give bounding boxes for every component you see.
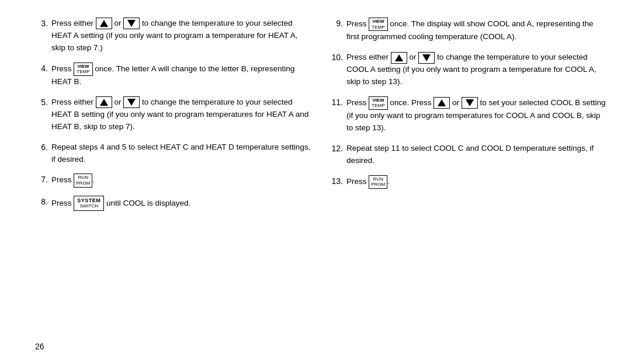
step-content: Press SYSTEMSWITCH until COOL is display… <box>51 196 313 211</box>
step-number: 4. <box>35 63 48 88</box>
page-number: 26 <box>35 342 44 351</box>
arrow-down-button[interactable] <box>123 18 140 29</box>
step-content: Press VIEWTEMP once. Press or to set you… <box>346 96 608 134</box>
step: 3.Press either or to change the temperat… <box>35 18 313 54</box>
arrow-up-button[interactable] <box>391 52 407 64</box>
step-number: 9. <box>330 18 343 43</box>
step-content: Press either or to change the temperatur… <box>51 96 313 133</box>
step: 9.Press VIEWTEMP once. The display will … <box>330 18 608 43</box>
step-number: 8. <box>35 196 48 211</box>
step: 12.Repeat step 11 to select COOL C and C… <box>330 143 608 167</box>
right-column: 9.Press VIEWTEMP once. The display will … <box>330 18 608 346</box>
step: 10.Press either or to change the tempera… <box>330 51 608 88</box>
view-temp-button[interactable]: VIEWTEMP <box>369 18 387 31</box>
step-number: 10. <box>330 51 343 88</box>
step: 4.Press VIEWTEMP once. The letter A will… <box>35 63 313 88</box>
arrow-up-button[interactable] <box>434 97 450 109</box>
step-content: Press either or to change the temperatur… <box>51 18 313 54</box>
step-content: Press RUNPRGM. <box>346 175 608 189</box>
step-content: Press VIEWTEMP once. The letter A will c… <box>51 63 313 88</box>
view-temp-button[interactable]: VIEWTEMP <box>369 96 387 110</box>
step-number: 5. <box>35 96 48 133</box>
step-content: Press either or to change the temperatur… <box>346 51 608 88</box>
arrow-down-button[interactable] <box>462 97 478 109</box>
step-content: Press VIEWTEMP once. The display will sh… <box>346 18 608 43</box>
step: 11.Press VIEWTEMP once. Press or to set … <box>330 96 608 134</box>
arrow-down-button[interactable] <box>123 96 140 108</box>
left-column: 3.Press either or to change the temperat… <box>35 18 313 346</box>
step: 7.Press RUNPRGM. <box>35 174 313 187</box>
step-content: Press RUNPRGM. <box>51 174 313 187</box>
step-content: Repeat step 11 to select COOL C and COOL… <box>346 143 608 167</box>
system-switch-button[interactable]: SYSTEMSWITCH <box>74 196 104 211</box>
step-number: 13. <box>330 175 343 189</box>
step-number: 3. <box>35 18 48 54</box>
step: 8.Press SYSTEMSWITCH until COOL is displ… <box>35 196 313 211</box>
view-temp-button[interactable]: VIEWTEMP <box>74 63 92 76</box>
arrow-up-button[interactable] <box>96 96 112 108</box>
step-number: 11. <box>330 96 343 134</box>
step-number: 12. <box>330 143 343 167</box>
run-prgm-button[interactable]: RUNPRGM <box>74 174 92 187</box>
step: 5.Press either or to change the temperat… <box>35 96 313 133</box>
arrow-down-button[interactable] <box>418 52 435 64</box>
step: 13.Press RUNPRGM. <box>330 175 608 189</box>
step-content: Repeat steps 4 and 5 to select HEAT C an… <box>51 141 313 166</box>
step: 6.Repeat steps 4 and 5 to select HEAT C … <box>35 141 313 166</box>
run-prgm-button[interactable]: RUNPRGM <box>369 175 387 189</box>
step-number: 7. <box>35 174 48 187</box>
step-number: 6. <box>35 141 48 166</box>
page-content: 3.Press either or to change the temperat… <box>0 0 631 364</box>
arrow-up-button[interactable] <box>96 18 112 29</box>
